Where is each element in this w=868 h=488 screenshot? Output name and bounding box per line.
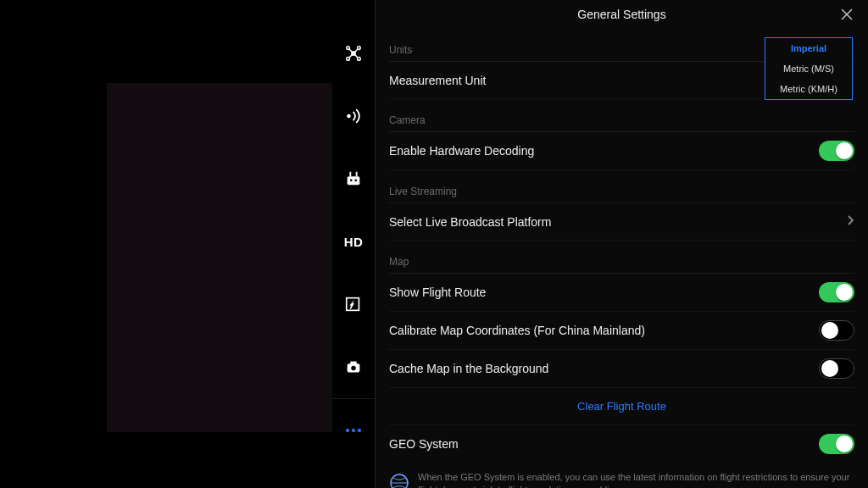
- row-cache-map: Cache Map in the Background: [389, 350, 854, 388]
- row-calibrate-map: Calibrate Map Coordinates (For China Mai…: [389, 312, 854, 350]
- camera-preview-area: [0, 0, 332, 488]
- section-camera: Camera: [389, 99, 854, 132]
- row-show-route: Show Flight Route: [389, 274, 854, 312]
- toggle-show-route[interactable]: [819, 282, 854, 302]
- row-geo-system: GEO System: [389, 425, 854, 463]
- svg-point-1: [347, 114, 351, 119]
- geo-description: When the GEO System is enabled, you can …: [418, 471, 854, 488]
- geo-detail: When the GEO System is enabled, you can …: [389, 463, 854, 488]
- unit-option-metric-kmh[interactable]: Metric (KM/H): [765, 79, 852, 99]
- hd-label: HD: [344, 235, 364, 249]
- svg-rect-9: [350, 362, 356, 365]
- chevron-right-icon: [846, 214, 854, 230]
- hardware-decoding-label: Enable Hardware Decoding: [389, 144, 534, 158]
- svg-point-6: [354, 179, 357, 181]
- toggle-cache-map[interactable]: [819, 358, 854, 379]
- clear-flight-route-button[interactable]: Clear Flight Route: [389, 388, 854, 425]
- row-live-platform[interactable]: Select Live Broadcast Platform: [389, 203, 854, 241]
- unit-option-imperial[interactable]: Imperial: [765, 38, 852, 58]
- section-live: Live Streaming: [389, 170, 854, 203]
- settings-panel: General Settings Imperial Metric (M/S) M…: [375, 0, 868, 488]
- close-button[interactable]: [839, 7, 854, 22]
- sidebar-hd-icon[interactable]: HD: [332, 210, 375, 273]
- sidebar-battery-icon[interactable]: [332, 273, 375, 336]
- svg-point-10: [351, 366, 356, 371]
- more-dots-icon: [346, 429, 361, 432]
- live-platform-label: Select Live Broadcast Platform: [389, 215, 551, 229]
- panel-header: General Settings: [376, 0, 868, 29]
- geo-icon: [389, 473, 409, 488]
- settings-sidebar: HD: [332, 0, 375, 488]
- unit-dropdown: Imperial Metric (M/S) Metric (KM/H): [765, 37, 853, 100]
- svg-rect-2: [348, 176, 360, 185]
- calibrate-map-label: Calibrate Map Coordinates (For China Mai…: [389, 324, 645, 337]
- panel-title: General Settings: [577, 8, 665, 21]
- toggle-hardware-decoding[interactable]: [819, 141, 854, 161]
- row-hardware-decoding: Enable Hardware Decoding: [389, 132, 854, 170]
- svg-rect-0: [351, 51, 356, 56]
- toggle-geo-system[interactable]: [819, 434, 854, 454]
- measurement-unit-label: Measurement Unit: [389, 74, 486, 87]
- toggle-calibrate-map[interactable]: [819, 320, 854, 341]
- sidebar-more-icon[interactable]: [332, 398, 375, 461]
- sidebar-signal-icon[interactable]: [332, 85, 375, 147]
- app-root: HD General Settings Imperial Metric (M/S…: [0, 0, 868, 488]
- geo-system-label: GEO System: [389, 437, 459, 451]
- section-map: Map: [389, 241, 854, 274]
- sidebar-controller-icon[interactable]: [332, 147, 375, 210]
- sidebar-aircraft-icon[interactable]: [332, 22, 375, 85]
- unit-option-metric-ms[interactable]: Metric (M/S): [765, 58, 852, 79]
- camera-preview: [107, 83, 332, 432]
- cache-map-label: Cache Map in the Background: [389, 362, 548, 375]
- sidebar-gimbal-icon[interactable]: [332, 336, 375, 398]
- show-route-label: Show Flight Route: [389, 286, 486, 299]
- svg-point-5: [350, 179, 353, 181]
